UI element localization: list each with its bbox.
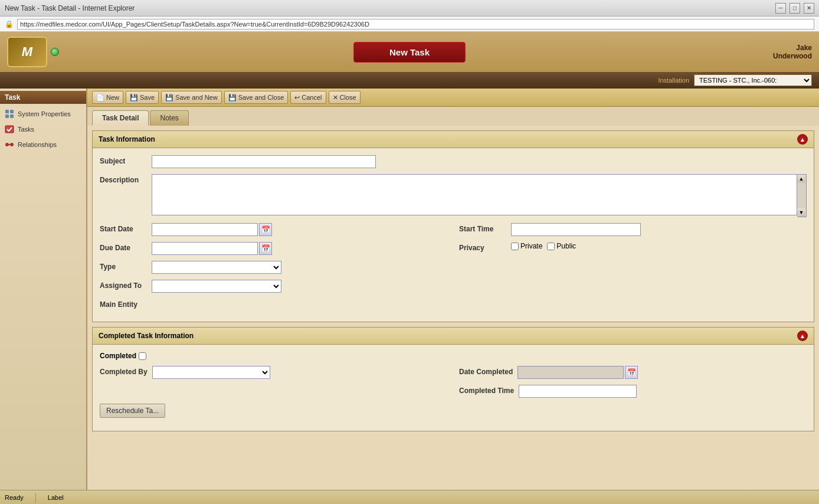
maximize-btn[interactable]: □ [789, 3, 800, 14]
start-date-input[interactable] [152, 223, 258, 236]
right-fields: Start Time Privacy Private [459, 223, 807, 315]
date-completed-wrap: 📅 [517, 366, 638, 379]
tasks-icon [5, 125, 14, 134]
save-and-new-button[interactable]: 💾 Save and New [161, 91, 222, 104]
save-button[interactable]: 💾 Save [126, 91, 159, 104]
address-input[interactable] [17, 19, 814, 30]
logo: M [7, 37, 47, 67]
assigned-to-select[interactable] [152, 280, 281, 293]
browser-title-bar: New Task - Task Detail - Internet Explor… [0, 0, 819, 17]
minimize-btn[interactable]: ─ [775, 3, 786, 14]
assigned-to-label: Assigned To [100, 280, 147, 290]
close-btn[interactable]: ✕ [804, 3, 814, 14]
completed-task-section: Completed Task Information ▲ Completed C… [92, 327, 814, 431]
collapse-task-info-btn[interactable]: ▲ [797, 134, 808, 145]
svg-point-6 [10, 143, 14, 146]
public-checkbox[interactable] [547, 243, 555, 250]
ready-status: Ready [5, 494, 24, 501]
scroll-down-btn[interactable]: ▼ [797, 208, 805, 217]
cancel-button[interactable]: ↩ Cancel [290, 91, 326, 104]
start-date-label: Start Date [100, 223, 147, 233]
completed-right: Date Completed 📅 Completed Time [459, 366, 807, 404]
task-information-section: Task Information ▲ Subject Description [92, 130, 814, 322]
relationships-icon [5, 140, 14, 149]
tab-task-detail[interactable]: Task Detail [92, 110, 149, 126]
completed-by-select[interactable] [152, 366, 270, 379]
svg-rect-1 [10, 110, 14, 113]
completed-checkbox[interactable] [139, 352, 146, 360]
textarea-scrollbar: ▲ ▼ [797, 174, 807, 217]
reschedule-row: Reschedule Ta... [100, 404, 807, 418]
scroll-up-btn[interactable]: ▲ [797, 175, 805, 183]
private-checkbox[interactable] [511, 243, 519, 250]
sidebar-item-label: Relationships [18, 141, 57, 148]
new-icon: 📄 [96, 94, 104, 102]
user-info: JakeUnderwood [773, 44, 812, 60]
sidebar-item-label: System Properties [18, 110, 71, 117]
tab-notes[interactable]: Notes [150, 110, 188, 126]
description-label: Description [100, 174, 147, 184]
start-time-input[interactable] [511, 223, 641, 236]
svg-rect-4 [5, 126, 14, 133]
grid-icon [5, 109, 14, 119]
public-label: Public [556, 242, 576, 250]
assigned-to-row: Assigned To [100, 280, 447, 293]
due-date-input[interactable] [152, 242, 258, 255]
status-dot [51, 48, 59, 56]
date-time-row: Start Date 📅 Due Date [100, 223, 807, 315]
completed-label: Completed [100, 352, 136, 360]
status-separator [35, 493, 36, 502]
subject-input[interactable] [152, 155, 376, 168]
start-date-wrap: 📅 [152, 223, 272, 236]
date-completed-input[interactable] [517, 366, 624, 379]
description-row: Description ▲ ▼ [100, 174, 807, 217]
privacy-label: Privacy [459, 242, 506, 252]
toolbar: 📄 New 💾 Save 💾 Save and New 💾 Save and C… [87, 89, 819, 107]
content-area: 📄 New 💾 Save 💾 Save and New 💾 Save and C… [87, 89, 819, 490]
installation-select[interactable]: TESTING - STC., Inc.-060: [694, 74, 812, 86]
browser-controls: ─ □ ✕ [775, 3, 814, 14]
svg-rect-2 [5, 114, 9, 118]
completed-by-row: Completed By [100, 366, 447, 379]
description-textarea[interactable] [152, 174, 797, 215]
installation-label: Installation [658, 77, 689, 84]
cancel-icon: ↩ [294, 94, 300, 102]
reschedule-button[interactable]: Reschedule Ta... [100, 404, 165, 418]
date-completed-row: Date Completed 📅 [459, 366, 807, 379]
completed-time-input[interactable] [519, 385, 637, 398]
start-time-label: Start Time [459, 223, 506, 233]
save-and-close-button[interactable]: 💾 Save and Close [224, 91, 289, 104]
completed-time-label: Completed Time [459, 385, 514, 395]
app-header: M New Task JakeUnderwood [0, 32, 819, 72]
subject-row: Subject [100, 155, 807, 168]
subject-label: Subject [100, 155, 147, 165]
due-date-label: Due Date [100, 242, 147, 252]
collapse-completed-btn[interactable]: ▲ [797, 330, 808, 341]
due-date-wrap: 📅 [152, 242, 272, 255]
start-date-calendar-btn[interactable]: 📅 [259, 223, 272, 236]
type-row: Type [100, 261, 447, 274]
sidebar-item-system-properties[interactable]: System Properties [0, 106, 86, 122]
completed-left: Completed By [100, 366, 447, 404]
save-new-icon: 💾 [165, 94, 173, 102]
svg-rect-0 [5, 110, 9, 113]
due-date-calendar-btn[interactable]: 📅 [259, 242, 272, 255]
page-title: New Task [353, 42, 466, 63]
date-completed-calendar-btn[interactable]: 📅 [625, 366, 638, 379]
private-label: Private [520, 242, 542, 250]
description-field-wrap: ▲ ▼ [152, 174, 807, 217]
sidebar-item-tasks[interactable]: Tasks [0, 122, 86, 137]
type-select[interactable] [152, 261, 281, 274]
sidebar-item-relationships[interactable]: Relationships [0, 137, 86, 152]
privacy-row: Privacy Private Public [459, 242, 807, 252]
new-button[interactable]: 📄 New [92, 91, 123, 104]
nav-bar: Installation TESTING - STC., Inc.-060: [0, 72, 819, 89]
close-button[interactable]: ✕ Close [329, 91, 361, 104]
status-bar: Ready Label [0, 490, 819, 504]
section-header-completed: Completed Task Information ▲ [93, 328, 814, 345]
main-entity-label: Main Entity [100, 299, 147, 309]
close-icon: ✕ [333, 94, 338, 102]
privacy-checkboxes: Private Public [511, 242, 576, 250]
start-time-row: Start Time [459, 223, 807, 236]
completed-body: Completed Completed By [93, 345, 814, 431]
